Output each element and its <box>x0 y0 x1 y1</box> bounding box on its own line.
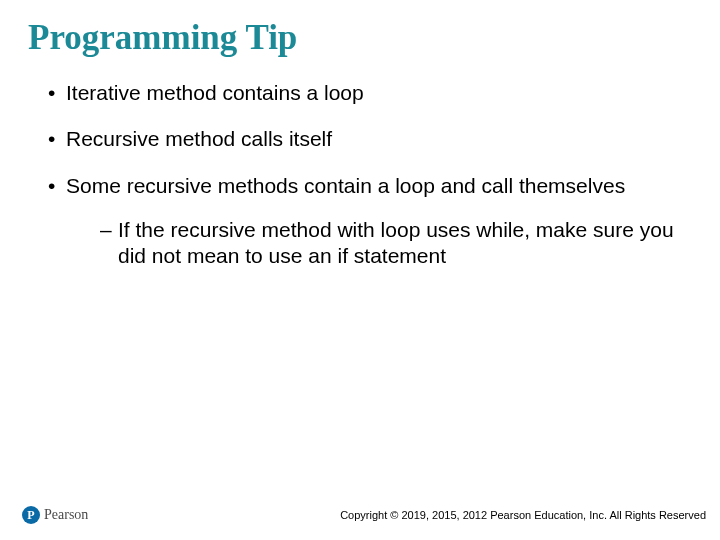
bullet-text: Iterative method contains a loop <box>66 81 364 104</box>
bullet-list: Iterative method contains a loop Recursi… <box>28 80 692 269</box>
footer: P Pearson Copyright © 2019, 2015, 2012 P… <box>0 506 720 524</box>
list-item: Some recursive methods contain a loop an… <box>48 173 692 270</box>
sub-bullet-text: If the recursive method with loop uses w… <box>118 218 674 267</box>
bullet-text: Recursive method calls itself <box>66 127 332 150</box>
sub-list-item: If the recursive method with loop uses w… <box>100 217 692 270</box>
list-item: Iterative method contains a loop <box>48 80 692 106</box>
pearson-logo: P Pearson <box>22 506 88 524</box>
logo-mark-icon: P <box>22 506 40 524</box>
list-item: Recursive method calls itself <box>48 126 692 152</box>
logo-text: Pearson <box>44 507 88 523</box>
bullet-text: Some recursive methods contain a loop an… <box>66 174 625 197</box>
sub-list: If the recursive method with loop uses w… <box>66 217 692 270</box>
slide: Programming Tip Iterative method contain… <box>0 0 720 540</box>
slide-title: Programming Tip <box>28 18 692 58</box>
copyright-text: Copyright © 2019, 2015, 2012 Pearson Edu… <box>340 509 706 521</box>
